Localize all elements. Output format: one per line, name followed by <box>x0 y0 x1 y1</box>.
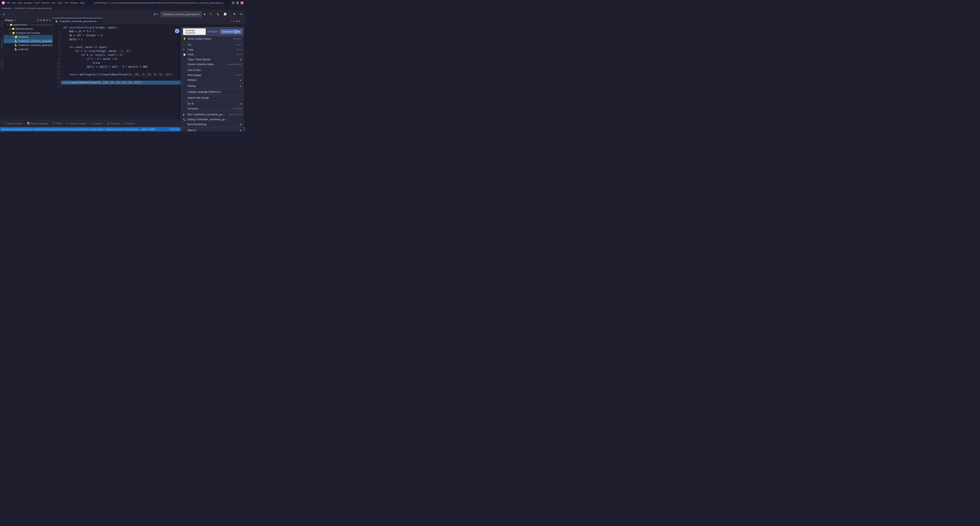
sidebar-locate-icon[interactable]: ⊙ <box>37 19 39 22</box>
lightbulb-icon: 💡 <box>183 38 186 40</box>
tree-item-codegeex-gen1[interactable]: 🐍 CodeGeeX_comments_generation1.py <box>4 43 52 47</box>
menu-code[interactable]: Code <box>34 2 40 4</box>
sidebar-close-icon[interactable]: ✕ <box>49 19 51 22</box>
ctx-open-in[interactable]: Open In ▶ <box>181 128 244 132</box>
tree-label: CodeGeeX_comments_generation.py <box>18 40 53 42</box>
menu-navigate[interactable]: Navigate <box>24 2 32 4</box>
breadcrumb-scratches[interactable]: Scratches <box>2 7 12 10</box>
sidebar-title: Project <box>5 19 13 21</box>
vtab-bookmarks[interactable]: Bookmarks <box>0 37 3 50</box>
menu-help[interactable]: Help <box>80 2 84 4</box>
btm-tab-python-console[interactable]: ≫ Python Console <box>64 121 88 126</box>
project-selector[interactable]: ▼ <box>1 12 7 17</box>
close-button[interactable]: ✕ <box>241 2 243 4</box>
ctx-refactor[interactable]: Refactor ▶ <box>181 78 244 83</box>
run-button[interactable]: ▶ <box>202 12 207 17</box>
tree-item-scratch[interactable]: 🐍 scratch.py <box>4 47 52 51</box>
debug-button[interactable]: 🐛 <box>215 12 221 17</box>
ctx-column-selection[interactable]: Column Selection Mode Alt+Shift+Insert <box>181 62 244 67</box>
ctx-paste[interactable]: 📋 Paste Ctrl+V <box>181 52 244 57</box>
btm-tab-problems[interactable]: ⚠ Problems <box>88 121 104 126</box>
expand-arrow: ▼ <box>12 36 14 38</box>
tree-label: External Libraries <box>16 27 33 30</box>
folder-icon: 📁 <box>12 27 15 30</box>
menu-file[interactable]: File <box>6 2 10 4</box>
codegeex-label: CodeGeeX <box>222 30 233 33</box>
ctx-copy-paste-special[interactable]: Copy / Paste Special ▶ <box>181 57 244 62</box>
project-selector-label: ▼ <box>3 13 5 16</box>
ctx-cut[interactable]: ✂ Cut Ctrl+X <box>181 42 244 47</box>
menu-edit[interactable]: Edit <box>12 2 16 4</box>
ctx-item-shortcut: Ctrl+Shift+F10 <box>229 114 242 116</box>
tree-item-external-libs[interactable]: ▶ 📁 External Libraries <box>4 27 52 31</box>
tab-py-icon: 🐍 <box>55 20 58 22</box>
debug-icon: 🐛 <box>183 118 186 121</box>
line-numbers: 1 2 3 4 5 6 7 8 9 10 11 12 13 14 15 16 <box>53 24 61 132</box>
minimize-button[interactable]: — <box>232 2 234 4</box>
btm-tab-services[interactable]: ⚙ Services <box>122 121 137 126</box>
ctx-item-shortcut: Alt+F7 <box>236 74 242 76</box>
tree-item-codgeex-gen[interactable]: 🐍 CodeGeeX_comments_generation.py <box>4 39 52 43</box>
ctx-item-shortcut: Ctrl+X <box>236 44 242 46</box>
settings-button[interactable]: ⚙ <box>239 12 244 17</box>
ctx-goto[interactable]: Go To ▶ <box>181 101 244 106</box>
ctx-item-label: More Run/Debug <box>188 123 239 126</box>
tree-label: Scratches <box>18 36 29 38</box>
ctx-find-usages[interactable]: Find Usages Alt+F7 <box>181 73 244 78</box>
menu-tools[interactable]: Tools <box>57 2 62 4</box>
generate-comment-button[interactable]: Generate Comment <box>183 29 206 35</box>
generate-shortcut: Alt+Shift+V <box>207 30 219 33</box>
ctx-debug-file[interactable]: 🐛 Debug 'CodeGeeX_comments_ge...' <box>181 117 244 122</box>
py-icon: 🐍 <box>14 40 18 43</box>
services-icon: ⚙ <box>124 122 126 125</box>
tree-item-pythonproject[interactable]: ▼ 📁 pythonProject C:\Users\zhangy85\Pych… <box>4 23 52 27</box>
menu-vcs[interactable]: VCS <box>64 2 69 4</box>
terminal-icon: ⬛ <box>107 122 110 125</box>
menu-run[interactable]: Run <box>51 2 56 4</box>
ctx-run-file[interactable]: ▶ Run 'CodeGeeX_comments_ge...' Ctrl+Shi… <box>181 112 244 117</box>
tree-item-scratches[interactable]: ▼ 📁 Scratches <box>4 35 52 39</box>
menu-window[interactable]: Window <box>70 2 78 4</box>
ctx-folding[interactable]: Folding ▶ <box>181 84 244 88</box>
sidebar-settings-icon[interactable]: ⚙ <box>46 19 48 22</box>
btm-tab-terminal[interactable]: ⬛ Terminal <box>105 121 121 126</box>
ctx-item-shortcut: Alt+Insert <box>233 108 242 110</box>
main-toolbar: ▼ 👤▼ CodeGeeX_comments_generation ▼ ▶ 🔨 … <box>0 11 245 18</box>
build-button[interactable]: 🔨 <box>208 12 214 17</box>
ctx-find-in-files[interactable]: Find in Files <box>181 68 244 73</box>
btm-tab-todo[interactable]: ☑ TODO <box>51 121 64 126</box>
btm-tab-label: Services <box>126 122 135 125</box>
tree-label: scratch.py <box>18 48 29 51</box>
btm-tab-python-packages[interactable]: 📦 Python Packages <box>25 121 50 126</box>
run-config-selector[interactable]: CodeGeeX_comments_generation ▼ <box>161 12 202 17</box>
maximize-button[interactable]: ⧉ <box>236 2 239 4</box>
sidebar-collapse-icon[interactable]: ⊟ <box>40 19 42 22</box>
ctx-more-run-debug[interactable]: More Run/Debug ▶ <box>181 122 244 127</box>
expand-editor-icon[interactable]: ⛶ <box>241 20 243 22</box>
submenu-arrow-icon: ▶ <box>240 123 242 126</box>
ctx-show-context-actions[interactable]: 💡 Show Context Actions Alt+Enter <box>181 37 244 41</box>
menu-view[interactable]: View <box>18 2 22 4</box>
tree-item-scratches-consoles[interactable]: ▼ 📁 Scratches and Consoles <box>4 31 52 35</box>
coverage-button[interactable]: 📊 <box>222 12 228 17</box>
window-controls[interactable]: — ⧉ ✕ <box>232 2 243 4</box>
ctx-copy[interactable]: ⎘ Copy Ctrl+C <box>181 47 244 52</box>
btm-tab-version-control[interactable]: ⌥ Version Control <box>2 121 24 126</box>
submenu-arrow-icon: ▶ <box>240 58 242 61</box>
project-sidebar: Project ▼ ⊙ ⊟ ⊞ ⚙ ✕ ▼ 📁 pythonProject C:… <box>4 18 53 132</box>
codegeex-button[interactable]: CodeGeeX 1 ▶ <box>220 29 242 34</box>
ctx-change-language[interactable]: Change Language (Python) to... <box>181 89 244 94</box>
search-everywhere-button[interactable]: 🔍 <box>232 12 238 17</box>
tab-close-icon[interactable]: ✕ <box>98 20 100 22</box>
sidebar-expand-icon[interactable]: ⊞ <box>43 19 45 22</box>
ctx-generate[interactable]: Generate... Alt+Insert <box>181 106 244 111</box>
profile-button[interactable]: 👤▼ <box>151 12 160 17</box>
ctx-item-label: Run 'CodeGeeX_comments_ge...' <box>188 113 227 116</box>
ctx-search-google[interactable]: Search with Google <box>181 95 244 100</box>
vtab-project[interactable]: Project <box>0 19 3 29</box>
vtab-structure[interactable]: Structure <box>0 58 3 70</box>
menu-refactor[interactable]: Refactor <box>41 2 50 4</box>
breadcrumb-file[interactable]: CodeGeeX_comments_generation.py <box>14 7 52 10</box>
editor-tab-active[interactable]: 🐍 CodeGeeX_comments_generation.py ✕ <box>53 18 102 24</box>
paste-icon: 📋 <box>183 53 186 56</box>
